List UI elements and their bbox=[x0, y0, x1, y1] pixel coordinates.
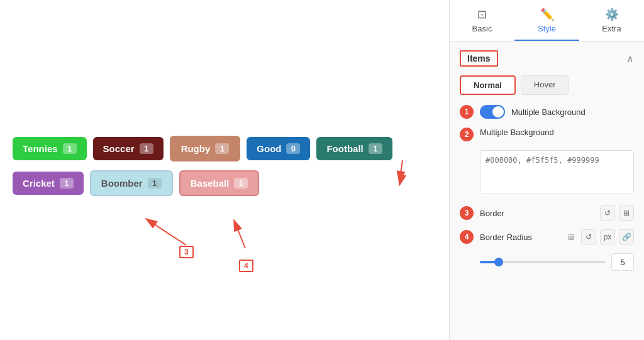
tag-good[interactable]: Good 0 bbox=[247, 137, 310, 160]
tag-cricket-badge: 1 bbox=[60, 178, 74, 189]
br-px-btn[interactable]: px bbox=[600, 229, 615, 244]
panel-body: Items ∧ Normal Hover 1 Multiple Backgrou… bbox=[450, 41, 644, 340]
tag-baseball-label: Baseball bbox=[191, 178, 230, 189]
preview-panel: Tennies 1 Soccer 1 Rugby 1 Good 0 Footba… bbox=[0, 0, 449, 340]
tag-boomber-badge: 1 bbox=[148, 178, 162, 189]
tag-good-badge: 0 bbox=[286, 143, 300, 154]
tag-baseball-badge: 1 bbox=[234, 178, 248, 189]
prop-label-3: Border bbox=[480, 209, 594, 218]
bg-textarea[interactable] bbox=[480, 150, 634, 194]
border-icons: ↺ ⊞ bbox=[600, 206, 634, 221]
border-radius-icons: ↺ px 🔗 bbox=[581, 229, 634, 244]
br-link-icon[interactable]: 🔗 bbox=[619, 229, 634, 244]
state-tabs: Normal Hover bbox=[460, 75, 634, 95]
tag-soccer[interactable]: Soccer 1 bbox=[93, 137, 164, 160]
tab-basic[interactable]: ⊡ Basic bbox=[450, 0, 514, 41]
slider-thumb[interactable] bbox=[494, 258, 503, 266]
tag-tennies-badge: 1 bbox=[63, 143, 77, 154]
tag-tennies-label: Tennies bbox=[23, 143, 58, 154]
state-tab-hover[interactable]: Hover bbox=[521, 75, 569, 95]
tab-basic-label: Basic bbox=[472, 24, 492, 33]
tag-baseball[interactable]: Baseball 1 bbox=[179, 170, 260, 196]
basic-icon: ⊡ bbox=[477, 8, 487, 21]
tag-rugby-label: Rugby bbox=[181, 143, 211, 154]
tab-style-label: Style bbox=[538, 24, 556, 33]
svg-line-2 bbox=[399, 173, 402, 185]
tab-style[interactable]: ✏️ Style bbox=[514, 0, 579, 41]
tab-extra[interactable]: ⚙️ Extra bbox=[579, 0, 644, 41]
prop-number-1: 1 bbox=[460, 105, 474, 119]
toggle-multiple-bg[interactable] bbox=[480, 105, 505, 119]
tags-row-2: Cricket 1 Boomber 1 Baseball 1 bbox=[13, 170, 259, 196]
extra-icon: ⚙️ bbox=[605, 8, 619, 21]
tag-rugby-badge: 1 bbox=[215, 143, 229, 154]
tab-extra-label: Extra bbox=[602, 24, 621, 33]
prop-number-3: 3 bbox=[460, 206, 474, 220]
annotation-label-3: 3 bbox=[179, 246, 194, 258]
monitor-icon[interactable]: 🖥 bbox=[567, 233, 575, 242]
tag-cricket[interactable]: Cricket 1 bbox=[13, 172, 84, 195]
section-header: Items ∧ bbox=[460, 50, 634, 67]
svg-line-3 bbox=[146, 219, 186, 245]
svg-line-4 bbox=[234, 220, 245, 248]
prop-number-2: 2 bbox=[460, 128, 474, 141]
tag-good-label: Good bbox=[257, 143, 281, 154]
prop-row-4: 4 Border Radius 🖥 ↺ px 🔗 bbox=[460, 229, 634, 244]
prop-row-2: 2 Multiple Background bbox=[460, 128, 634, 141]
annotation-label-4: 4 bbox=[239, 260, 253, 272]
tag-soccer-badge: 1 bbox=[140, 143, 153, 154]
tags-row-1: Tennies 1 Soccer 1 Rugby 1 Good 0 Footba… bbox=[13, 136, 392, 162]
slider-row: 5 bbox=[480, 253, 634, 271]
tag-soccer-label: Soccer bbox=[103, 143, 135, 154]
tag-football-badge: 1 bbox=[369, 143, 382, 154]
tag-football-label: Football bbox=[326, 143, 363, 154]
prop-label-2: Multiple Background bbox=[480, 128, 634, 137]
tag-rugby[interactable]: Rugby 1 bbox=[170, 136, 241, 162]
prop-label-4: Border Radius bbox=[480, 233, 560, 242]
border-radius-slider[interactable] bbox=[480, 261, 605, 263]
prop-label-1: Multiple Background bbox=[511, 107, 634, 117]
right-panel: ⊡ Basic ✏️ Style ⚙️ Extra Items ∧ Normal… bbox=[449, 0, 644, 340]
tabs-header: ⊡ Basic ✏️ Style ⚙️ Extra bbox=[450, 0, 644, 41]
tag-boomber[interactable]: Boomber 1 bbox=[90, 170, 173, 196]
tag-boomber-label: Boomber bbox=[101, 178, 143, 189]
svg-line-1 bbox=[399, 160, 402, 182]
br-reset-icon[interactable]: ↺ bbox=[581, 229, 596, 244]
collapse-icon[interactable]: ∧ bbox=[626, 53, 634, 65]
border-expand-icon[interactable]: ⊞ bbox=[619, 206, 634, 221]
tag-football[interactable]: Football 1 bbox=[316, 137, 392, 160]
section-title: Items bbox=[460, 50, 498, 67]
prop-number-4: 4 bbox=[460, 230, 474, 244]
border-reset-icon[interactable]: ↺ bbox=[600, 206, 615, 221]
state-tab-normal[interactable]: Normal bbox=[460, 75, 516, 95]
slider-value: 5 bbox=[611, 253, 634, 271]
prop-row-3: 3 Border ↺ ⊞ bbox=[460, 206, 634, 221]
tag-tennies[interactable]: Tennies 1 bbox=[13, 137, 87, 160]
tag-cricket-label: Cricket bbox=[23, 178, 55, 189]
style-icon: ✏️ bbox=[540, 8, 554, 21]
prop-row-1: 1 Multiple Background bbox=[460, 105, 634, 119]
